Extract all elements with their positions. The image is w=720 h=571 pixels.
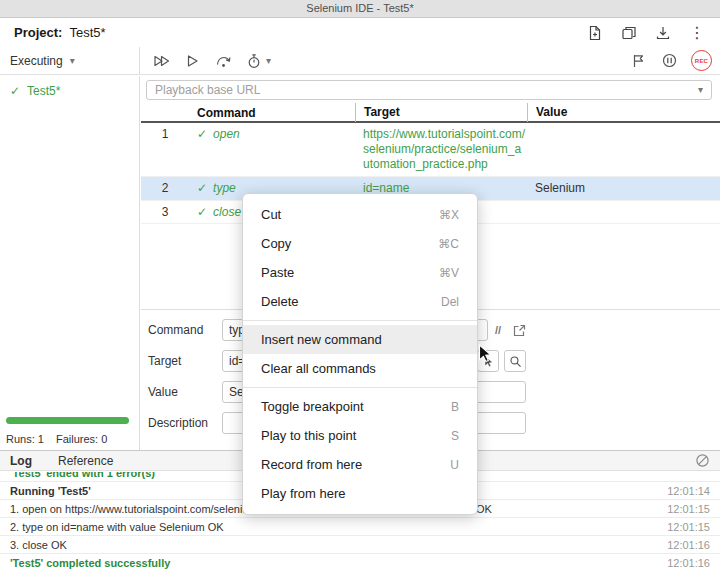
failures-count: Failures: 0 xyxy=(56,433,107,445)
menu-item-insert-new-command[interactable]: Insert new command xyxy=(243,325,477,354)
toolbar-right-controls: REC xyxy=(629,47,720,74)
log-entry: 2. type on id=name with value Selenium O… xyxy=(0,518,720,536)
find-target-button[interactable] xyxy=(504,350,526,372)
value-cell: Selenium xyxy=(535,181,585,195)
row-number: 2 xyxy=(141,181,189,195)
log-entry: 'Test5' completed successfully 12:01:16 xyxy=(0,554,720,571)
project-label: Project: xyxy=(14,25,62,40)
record-button[interactable]: REC xyxy=(691,50,712,71)
log-timestamp: 12:01:16 xyxy=(667,539,710,551)
runs-count: Runs: 1 xyxy=(6,433,44,445)
menu-item-play-from-here[interactable]: Play from here xyxy=(243,479,477,508)
check-icon: ✓ xyxy=(197,205,207,219)
menu-shortcut: ⌘C xyxy=(438,237,459,251)
executing-label: Executing xyxy=(10,54,63,68)
disable-breakpoints-button[interactable] xyxy=(629,52,647,70)
row-number: 3 xyxy=(141,205,189,219)
tab-log[interactable]: Log xyxy=(10,454,32,468)
test-speed-control[interactable]: ▾ xyxy=(245,52,271,70)
tests-sidebar: ✓ Test5* Runs: 1 Failures: 0 xyxy=(0,76,140,450)
check-icon: ✓ xyxy=(10,84,20,98)
menu-item-record-from-here[interactable]: Record from here U xyxy=(243,450,477,479)
log-timestamp: 12:01:16 xyxy=(667,557,710,569)
chevron-down-icon: ▾ xyxy=(70,56,75,66)
chevron-down-icon: ▾ xyxy=(266,56,271,66)
value-field-label: Value xyxy=(148,385,222,399)
menu-item-clear-all-commands[interactable]: Clear all commands xyxy=(243,354,477,383)
menu-shortcut: ⌘X xyxy=(439,208,459,222)
window-title: Selenium IDE - Test5* xyxy=(0,0,720,18)
toolbar: Executing ▾ ▾ xyxy=(0,47,720,75)
command-field-label: Command xyxy=(148,323,222,337)
table-row[interactable]: 1 ✓ open https://www.tutorialspoint.com/… xyxy=(141,123,720,177)
menu-item-play-to-this-point[interactable]: Play to this point S xyxy=(243,421,477,450)
menu-separator xyxy=(243,320,477,321)
clear-log-button[interactable] xyxy=(695,453,710,468)
log-timestamp: 12:01:15 xyxy=(667,503,710,515)
stopwatch-icon xyxy=(245,52,263,70)
project-bar: Project: Test5* ⋮ xyxy=(0,18,720,47)
executing-dropdown[interactable]: Executing ▾ xyxy=(0,47,140,74)
play-controls: ▾ xyxy=(140,47,283,74)
open-reference-icon[interactable] xyxy=(510,321,528,339)
row-number: 1 xyxy=(141,127,189,141)
target-cell: https://www.tutorialspoint.com/selenium/… xyxy=(363,127,527,172)
new-project-icon[interactable] xyxy=(586,24,604,42)
save-project-icon[interactable] xyxy=(654,24,672,42)
table-header-row: Command Target Value xyxy=(141,104,720,123)
context-menu: Cut ⌘X Copy ⌘C Paste ⌘V Delete Del Inser… xyxy=(242,193,478,515)
menu-item-copy[interactable]: Copy ⌘C xyxy=(243,229,477,258)
project-name[interactable]: Test5* xyxy=(69,25,105,40)
command-cell: close xyxy=(213,205,241,219)
log-timestamp: 12:01:14 xyxy=(667,485,710,497)
step-over-button[interactable] xyxy=(214,52,232,70)
chevron-down-icon[interactable]: ▾ xyxy=(698,85,703,95)
command-cell: type xyxy=(213,181,236,195)
log-entry: 3. close OK 12:01:16 xyxy=(0,536,720,554)
test-name: Test5* xyxy=(27,84,60,98)
menu-item-toggle-breakpoint[interactable]: Toggle breakpoint B xyxy=(243,392,477,421)
column-header-target: Target xyxy=(355,103,527,122)
sidebar-item-test5[interactable]: ✓ Test5* xyxy=(0,76,139,106)
menu-shortcut: Del xyxy=(441,295,459,309)
menu-item-delete[interactable]: Delete Del xyxy=(243,287,477,316)
check-icon: ✓ xyxy=(197,181,207,195)
run-all-tests-button[interactable] xyxy=(152,52,170,70)
test-progress-bar xyxy=(6,417,129,424)
description-field-label: Description xyxy=(148,416,222,430)
tab-reference[interactable]: Reference xyxy=(58,454,113,468)
menu-shortcut: U xyxy=(450,458,459,472)
menu-item-paste[interactable]: Paste ⌘V xyxy=(243,258,477,287)
selenium-ide-window: Selenium IDE - Test5* Project: Test5* ⋮ … xyxy=(0,0,720,571)
playback-base-url-input[interactable] xyxy=(146,80,712,100)
menu-shortcut: B xyxy=(451,400,459,414)
open-project-icon[interactable] xyxy=(620,24,638,42)
menu-shortcut: ⌘V xyxy=(439,266,459,280)
playback-url-bar: ▾ xyxy=(141,76,720,104)
menu-item-cut[interactable]: Cut ⌘X xyxy=(243,200,477,229)
target-field-label: Target xyxy=(148,354,222,368)
log-timestamp: 12:01:15 xyxy=(667,521,710,533)
command-cell: open xyxy=(213,127,240,141)
mouse-cursor xyxy=(478,344,494,364)
menu-shortcut: S xyxy=(451,429,459,443)
column-header-command: Command xyxy=(189,106,355,120)
run-current-test-button[interactable] xyxy=(183,52,201,70)
column-header-value: Value xyxy=(527,103,720,122)
project-actions: ⋮ xyxy=(586,24,706,42)
comment-toggle-icon[interactable]: // xyxy=(495,324,501,336)
check-icon: ✓ xyxy=(197,127,207,141)
sidebar-status: Runs: 1 Failures: 0 xyxy=(6,417,129,445)
more-options-icon[interactable]: ⋮ xyxy=(688,24,706,42)
pause-on-exceptions-button[interactable] xyxy=(660,52,678,70)
menu-separator xyxy=(243,387,477,388)
